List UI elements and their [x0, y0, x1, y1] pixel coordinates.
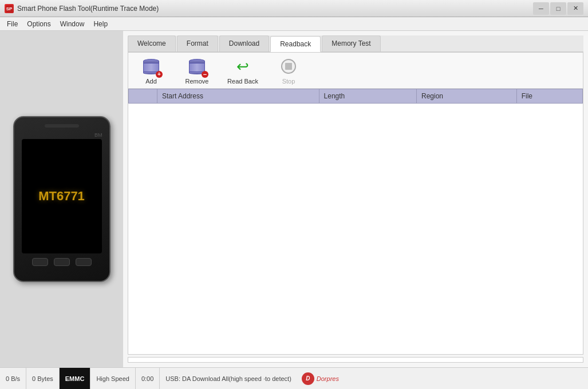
- readback-icon: ↩: [232, 56, 253, 77]
- data-table: Start Address Length Region File: [128, 89, 583, 104]
- maximize-button[interactable]: □: [550, 2, 566, 15]
- phone-model: MT6771: [38, 189, 85, 204]
- status-message: USB: DA Download All(high speed ·to dete…: [160, 368, 297, 389]
- status-transfer-rate: 0 B/s: [0, 368, 26, 389]
- phone-btn-home: [54, 258, 70, 266]
- col-length: Length: [319, 89, 416, 104]
- title-bar-left: SP Smart Phone Flash Tool(Runtime Trace …: [5, 4, 159, 13]
- right-panel: Welcome Format Download Readback Memory …: [123, 31, 588, 367]
- app-icon: SP: [5, 4, 14, 13]
- title-bar: SP Smart Phone Flash Tool(Runtime Trace …: [0, 0, 588, 17]
- plus-badge: +: [156, 71, 163, 78]
- minimize-button[interactable]: ─: [533, 2, 549, 15]
- readback-label: Read Back: [227, 78, 258, 85]
- menu-window[interactable]: Window: [56, 19, 89, 29]
- status-items: 0 B/s 0 Bytes EMMC High Speed 0:00 USB: …: [0, 368, 344, 389]
- menu-options[interactable]: Options: [22, 19, 55, 29]
- toolbar: + Add − Remove: [128, 53, 583, 89]
- remove-button[interactable]: − Remove: [180, 56, 214, 85]
- watermark-text: Dorpres: [317, 375, 339, 382]
- content-box: + Add − Remove: [128, 52, 583, 355]
- remove-label: Remove: [186, 78, 209, 85]
- phone-speaker: [45, 124, 79, 128]
- tab-bar: Welcome Format Download Readback Memory …: [128, 35, 583, 52]
- col-region: Region: [417, 89, 517, 104]
- tab-welcome[interactable]: Welcome: [128, 35, 176, 51]
- phone-buttons: [32, 258, 92, 266]
- stop-label: Stop: [282, 78, 295, 85]
- menu-help[interactable]: Help: [89, 19, 112, 29]
- phone-panel: BM MT6771: [0, 31, 123, 367]
- stop-button[interactable]: Stop: [271, 56, 306, 85]
- status-speed: High Speed: [90, 368, 136, 389]
- readback-button[interactable]: ↩ Read Back: [226, 56, 260, 85]
- stop-icon: [278, 56, 299, 77]
- tab-format[interactable]: Format: [177, 35, 218, 51]
- menu-file[interactable]: File: [2, 19, 22, 29]
- remove-icon: −: [187, 56, 207, 77]
- phone-device: BM MT6771: [13, 116, 111, 282]
- tab-readback[interactable]: Readback: [270, 36, 321, 52]
- table-area: Start Address Length Region File: [128, 89, 583, 354]
- minus-badge: −: [202, 71, 208, 78]
- phone-btn-back: [32, 258, 48, 266]
- add-icon: +: [141, 56, 161, 77]
- tab-download[interactable]: Download: [219, 35, 269, 51]
- add-button[interactable]: + Add: [134, 56, 168, 85]
- title-text: Smart Phone Flash Tool(Runtime Trace Mod…: [17, 5, 159, 13]
- phone-btn-menu: [76, 258, 92, 266]
- status-watermark: D Dorpres: [297, 368, 344, 389]
- tab-memorytest[interactable]: Memory Test: [322, 35, 380, 51]
- col-file: File: [516, 89, 582, 104]
- watermark-logo: D: [302, 372, 314, 385]
- status-time: 0:00: [136, 368, 160, 389]
- col-start-address: Start Address: [157, 89, 319, 104]
- progress-bar: [128, 357, 583, 363]
- col-checkbox: [129, 89, 157, 104]
- status-storage-type: EMMC: [60, 368, 91, 389]
- phone-brand: BM: [94, 132, 105, 138]
- main-content: BM MT6771 Welcome Format Download Readba…: [0, 31, 588, 367]
- title-bar-controls: ─ □ ✕: [533, 2, 583, 15]
- close-button[interactable]: ✕: [567, 2, 583, 15]
- svg-text:SP: SP: [6, 6, 13, 11]
- add-label: Add: [145, 78, 157, 85]
- status-bar: 0 B/s 0 Bytes EMMC High Speed 0:00 USB: …: [0, 367, 588, 389]
- phone-screen: MT6771: [22, 139, 102, 253]
- status-bytes: 0 Bytes: [26, 368, 60, 389]
- menu-bar: File Options Window Help: [0, 17, 588, 31]
